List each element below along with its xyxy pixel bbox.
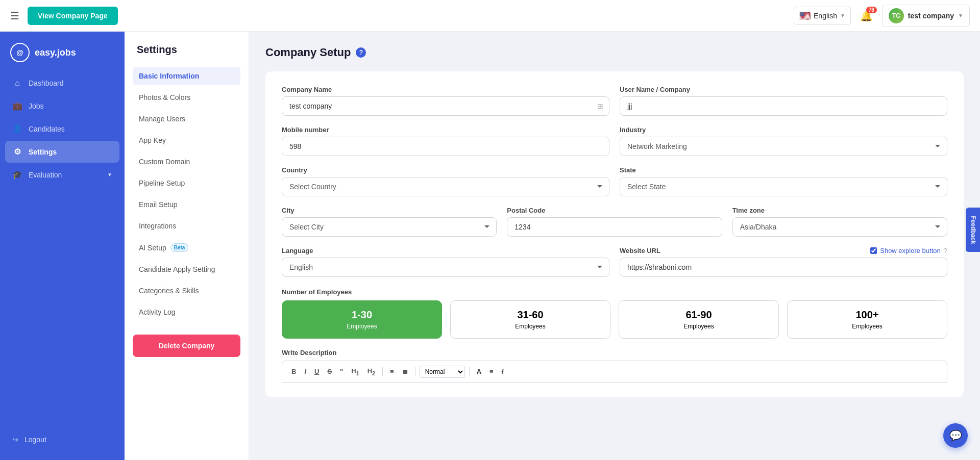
settings-title: Settings — [133, 44, 240, 56]
pipeline-label: Pipeline Setup — [139, 179, 185, 187]
topnav-right: 🇺🇸 English ▼ 🔔 78 TC test company ▼ — [794, 5, 970, 27]
sidebar-item-settings[interactable]: ⚙ Settings — [5, 141, 119, 163]
language-selector[interactable]: 🇺🇸 English ▼ — [794, 7, 851, 25]
integrations-label: Integrations — [139, 222, 176, 230]
employee-card-61-90[interactable]: 61-90 Employees — [619, 300, 779, 339]
language-select[interactable]: English French Spanish — [282, 258, 609, 277]
logo-text: easy.jobs — [35, 47, 76, 58]
toolbar-ordered-list[interactable]: ≡ — [387, 366, 397, 377]
mobile-input[interactable] — [282, 137, 609, 156]
sidebar-item-logout[interactable]: ↪ Logout — [5, 429, 119, 450]
timezone-group: Time zone Asia/Dhaka UTC America/New_Yor… — [732, 207, 947, 237]
sidebar-item-jobs[interactable]: 💼 Jobs — [5, 95, 119, 117]
company-name-input-wrapper: ⊞ — [282, 96, 609, 116]
settings-nav-photos[interactable]: Photos & Colors — [133, 88, 240, 107]
form-row-2: Mobile number Industry Network Marketing… — [282, 126, 947, 156]
employee-card-1-30[interactable]: 1-30 Employees — [282, 300, 442, 339]
state-select[interactable]: Select State — [620, 177, 947, 196]
delete-company-button[interactable]: Delete Company — [133, 335, 240, 357]
settings-nav-basic-info[interactable]: Basic Information — [133, 67, 240, 85]
page-title: Company Setup — [265, 46, 351, 59]
settings-nav-candidate-apply[interactable]: Candidate Apply Setting — [133, 260, 240, 278]
info-icon[interactable]: ? — [356, 47, 366, 58]
toolbar-divider-3 — [469, 367, 470, 376]
company-name-label: Company Name — [282, 86, 609, 93]
toolbar-align[interactable]: ≡ — [486, 366, 497, 377]
website-group: Website URL Show explore button ? — [620, 247, 947, 277]
toolbar-font-color[interactable]: A — [474, 366, 484, 377]
custom-domain-label: Custom Domain — [139, 158, 190, 166]
mobile-group: Mobile number — [282, 126, 609, 156]
toolbar-underline[interactable]: U — [311, 366, 322, 377]
username-input[interactable] — [620, 96, 947, 116]
sidebar-item-candidates[interactable]: 👤 Candidates — [5, 118, 119, 140]
settings-nav-pipeline[interactable]: Pipeline Setup — [133, 174, 240, 192]
timezone-label: Time zone — [732, 207, 947, 214]
notification-bell[interactable]: 🔔 78 — [860, 10, 873, 22]
employee-card-100plus[interactable]: 100+ Employees — [787, 300, 947, 339]
industry-select[interactable]: Network Marketing Technology Finance Hea… — [620, 137, 947, 156]
hamburger-icon[interactable]: ☰ — [10, 10, 19, 22]
company-selector[interactable]: TC test company ▼ — [882, 5, 970, 27]
postal-group: Postal Code — [507, 207, 722, 237]
toolbar-italic[interactable]: I — [301, 366, 309, 377]
toolbar-unordered-list[interactable]: ≣ — [399, 366, 411, 377]
settings-nav-email[interactable]: Email Setup — [133, 195, 240, 214]
show-explore-checkbox[interactable] — [870, 247, 877, 254]
timezone-select[interactable]: Asia/Dhaka UTC America/New_York — [732, 217, 947, 237]
country-select[interactable]: Select Country — [282, 177, 609, 196]
chat-bubble[interactable]: 💬 — [943, 423, 968, 448]
employee-label-2: Employees — [459, 323, 602, 330]
sidebar-item-dashboard[interactable]: ⌂ Dashboard — [5, 72, 119, 94]
city-label: City — [282, 207, 497, 214]
sidebar-navigation: ⌂ Dashboard 💼 Jobs 👤 Candidates ⚙ Settin… — [0, 72, 125, 424]
feedback-tab[interactable]: Feedback — [965, 208, 980, 252]
logout-icon: ↪ — [12, 436, 18, 444]
city-select[interactable]: Select City — [282, 217, 497, 237]
view-company-button[interactable]: View Company Page — [28, 7, 118, 25]
settings-nav-ai-setup[interactable]: AI Setup Beta — [133, 238, 240, 257]
app-body: @ easy.jobs ⌂ Dashboard 💼 Jobs 👤 Candida… — [0, 32, 980, 460]
page-header: Company Setup ? — [265, 46, 964, 59]
city-group: City Select City — [282, 207, 497, 237]
postal-input[interactable] — [507, 217, 722, 237]
toolbar-clear-format[interactable]: I — [499, 366, 507, 377]
chat-icon: 💬 — [949, 429, 962, 442]
evaluation-chevron-icon: ▼ — [107, 172, 112, 177]
mobile-label: Mobile number — [282, 126, 609, 134]
company-name-group: Company Name ⊞ — [282, 86, 609, 116]
toolbar-quote[interactable]: " — [337, 366, 346, 377]
toolbar-format-select[interactable]: Normal Heading 1 Heading 2 — [420, 366, 465, 378]
website-label-row: Website URL Show explore button ? — [620, 247, 947, 254]
settings-nav-custom-domain[interactable]: Custom Domain — [133, 152, 240, 171]
categories-label: Categories & Skills — [139, 287, 199, 295]
settings-nav-app-key[interactable]: App Key — [133, 131, 240, 149]
website-label: Website URL — [620, 247, 660, 254]
employee-label-3: Employees — [627, 323, 770, 330]
employee-card-31-60[interactable]: 31-60 Employees — [450, 300, 610, 339]
website-input[interactable] — [620, 258, 947, 277]
toolbar-bold[interactable]: B — [288, 366, 299, 377]
sidebar-bottom: ↪ Logout — [0, 424, 125, 460]
activity-log-label: Activity Log — [139, 308, 176, 316]
toolbar-divider-1 — [382, 367, 383, 376]
industry-group: Industry Network Marketing Technology Fi… — [620, 126, 947, 156]
settings-nav-manage-users[interactable]: Manage Users — [133, 110, 240, 128]
toolbar-strikethrough[interactable]: S — [324, 366, 335, 377]
clear-company-name-icon[interactable]: ⊞ — [597, 102, 603, 110]
employee-range-3: 61-90 — [627, 309, 770, 321]
language-label: Language — [282, 247, 609, 254]
company-name-input[interactable] — [282, 96, 609, 116]
settings-nav-categories[interactable]: Categories & Skills — [133, 282, 240, 300]
home-icon: ⌂ — [12, 79, 22, 88]
settings-nav-integrations[interactable]: Integrations — [133, 217, 240, 235]
show-explore-toggle[interactable]: Show explore button ? — [870, 247, 947, 254]
employee-range-1: 1-30 — [290, 309, 433, 321]
employee-label-1: Employees — [290, 323, 433, 330]
settings-nav-activity-log[interactable]: Activity Log — [133, 303, 240, 321]
postal-label: Postal Code — [507, 207, 722, 214]
sidebar-settings-label: Settings — [29, 148, 57, 156]
sidebar-item-evaluation[interactable]: 🎓 Evaluation ▼ — [5, 164, 119, 186]
toolbar-h1[interactable]: H1 — [348, 365, 362, 378]
toolbar-h2[interactable]: H2 — [364, 365, 378, 378]
